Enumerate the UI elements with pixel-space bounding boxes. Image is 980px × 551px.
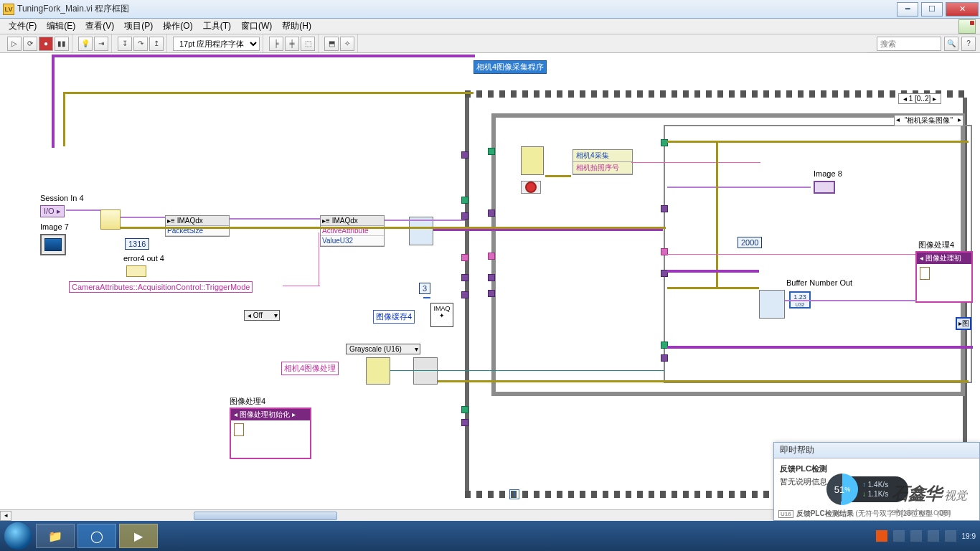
stop-terminal[interactable]: [521, 181, 541, 194]
wire: [423, 297, 430, 298]
retain-wire-button[interactable]: ⇥: [94, 37, 108, 51]
tray-flag-icon[interactable]: [945, 530, 956, 542]
banner-label: 相机4图像采集程序: [473, 60, 547, 74]
menu-edit[interactable]: 编辑(E): [42, 19, 80, 34]
menu-project[interactable]: 项目(P): [120, 19, 157, 34]
wire: [667, 141, 969, 143]
scroll-thumb[interactable]: [194, 512, 337, 520]
cleanup-button[interactable]: ✧: [340, 37, 354, 51]
watermark: 石鑫华·视觉 shixinhua.com: [892, 482, 967, 518]
proc-label-right: 图像处理4: [918, 240, 954, 250]
tray-sogou-icon[interactable]: [876, 530, 887, 542]
app-icon: LV: [3, 4, 14, 15]
tunnel: [461, 274, 468, 281]
ring-off[interactable]: ◂ Off: [244, 310, 280, 321]
tray-shield-icon[interactable]: [893, 530, 905, 542]
tunnel: [461, 254, 468, 261]
const-imgbuf4[interactable]: 图像缓存4: [373, 310, 415, 324]
step-out-button[interactable]: ↥: [149, 37, 164, 51]
pause-button[interactable]: ▮▮: [55, 37, 69, 51]
task-labview[interactable]: ▶: [119, 524, 158, 548]
subvi-imaqdx-grab[interactable]: [409, 217, 433, 245]
maximize-button[interactable]: ☐: [921, 2, 943, 17]
run-continuous-button[interactable]: ⟳: [23, 37, 37, 51]
error4-terminal[interactable]: [126, 265, 146, 277]
imaq-create-icon[interactable]: IMAQ✦: [430, 303, 453, 327]
step-into-button[interactable]: ↧: [118, 37, 132, 51]
cluster-img-proc4[interactable]: ◂ 图像处理初始化 ▸: [230, 408, 311, 459]
tunnel: [488, 209, 495, 217]
const-3[interactable]: 3: [419, 283, 430, 294]
menu-tools[interactable]: 工具(T): [199, 19, 235, 34]
const-2000[interactable]: 2000: [738, 237, 762, 248]
wire: [230, 218, 320, 220]
session-in-label: Session In 4: [40, 194, 84, 202]
case-selector-inner[interactable]: "相机采集图像": [894, 115, 963, 126]
property-node-activeattr[interactable]: ▸≡ IMAQdx ActiveAttribute ValueU32: [320, 215, 385, 247]
tray-volume-icon[interactable]: [928, 530, 939, 542]
menu-operate[interactable]: 操作(O): [159, 19, 197, 34]
tunnel: [461, 151, 468, 159]
tray-network-icon[interactable]: [910, 530, 922, 542]
iteration-terminal: i: [509, 489, 519, 499]
menu-view[interactable]: 查看(V): [81, 19, 118, 34]
image8-indicator[interactable]: [814, 181, 835, 194]
system-tray: 19:9: [876, 530, 976, 542]
search-input[interactable]: [877, 37, 941, 51]
subvi-imaqdx-grab2[interactable]: [759, 290, 785, 319]
wire: [63, 92, 473, 94]
cluster-img-proc4-right[interactable]: ◂ 图像处理初: [915, 251, 973, 303]
align-button[interactable]: ╞: [269, 37, 283, 51]
abort-button[interactable]: ●: [39, 37, 53, 51]
ring-grayscale[interactable]: Grayscale (U16): [346, 344, 420, 354]
menu-window[interactable]: 窗口(W): [237, 19, 276, 34]
speed-dial: 51%: [826, 474, 858, 505]
error4-label: error4 out 4: [123, 254, 164, 263]
menubar: 文件(F) 编辑(E) 查看(V) 项目(P) 操作(O) 工具(T) 窗口(W…: [0, 19, 980, 34]
taskbar[interactable]: 📁 ◯ ▶ 19:9: [0, 521, 980, 551]
property-node-packetsize[interactable]: ▸≡ IMAQdx PacketSize: [165, 215, 230, 237]
minimize-button[interactable]: ━: [897, 2, 918, 17]
speed-down: 1.1K/s: [862, 490, 888, 498]
resize-button[interactable]: ⬚: [301, 37, 315, 51]
terminal-right-small[interactable]: ▸图: [956, 317, 971, 330]
context-help-title[interactable]: 即时帮助: [774, 443, 979, 458]
highlight-exec-button[interactable]: 💡: [78, 37, 93, 51]
step-over-button[interactable]: ↷: [133, 37, 148, 51]
task-explorer[interactable]: 📁: [36, 524, 75, 548]
start-button[interactable]: [4, 522, 32, 550]
film-top: [465, 90, 967, 98]
const-1316[interactable]: 1316: [125, 238, 149, 250]
run-button[interactable]: ▷: [7, 37, 22, 51]
tunnel: [488, 253, 495, 260]
const-camera-attr[interactable]: CameraAttributes::AcquisitionControl::Tr…: [69, 281, 253, 293]
task-browser[interactable]: ◯: [77, 524, 116, 548]
search-icon[interactable]: 🔍: [944, 37, 958, 51]
font-select[interactable]: 17pt 应用程序字体: [173, 37, 260, 51]
session-in-terminal[interactable]: I/O ▸: [40, 205, 65, 217]
wire: [667, 287, 759, 289]
tunnel: [461, 197, 468, 204]
scroll-left-button[interactable]: ◂: [0, 511, 11, 521]
tray-time[interactable]: 19:9: [962, 532, 976, 540]
menu-help[interactable]: 帮助(H): [278, 19, 316, 34]
subvi-open-camera[interactable]: [100, 209, 121, 230]
subvi-enqueue[interactable]: [413, 357, 438, 385]
reorder-button[interactable]: ⬒: [324, 37, 339, 51]
help-icon[interactable]: ?: [961, 37, 976, 51]
toolbar-search: 🔍 ?: [877, 37, 976, 51]
tunnel: [461, 406, 468, 413]
image7-indicator[interactable]: [40, 234, 66, 255]
close-button[interactable]: ✕: [946, 2, 979, 17]
queue-cam4-proc[interactable]: 相机4图像处理: [281, 362, 339, 375]
menu-file[interactable]: 文件(F): [4, 19, 41, 34]
unbundle-by-name[interactable]: 相机4采集 相机拍照序号: [573, 149, 633, 175]
distribute-button[interactable]: ╪: [285, 37, 299, 51]
speed-up: 1.4K/s: [862, 481, 888, 489]
subvi-dequeue[interactable]: [521, 146, 544, 175]
wire: [52, 55, 55, 148]
labview-status-icon[interactable]: [958, 19, 976, 34]
case-selector-outer[interactable]: ◂ 1 [0..2] ▸: [898, 93, 941, 104]
subvi-obtain-queue[interactable]: [366, 357, 390, 385]
tunnel: [661, 354, 668, 362]
